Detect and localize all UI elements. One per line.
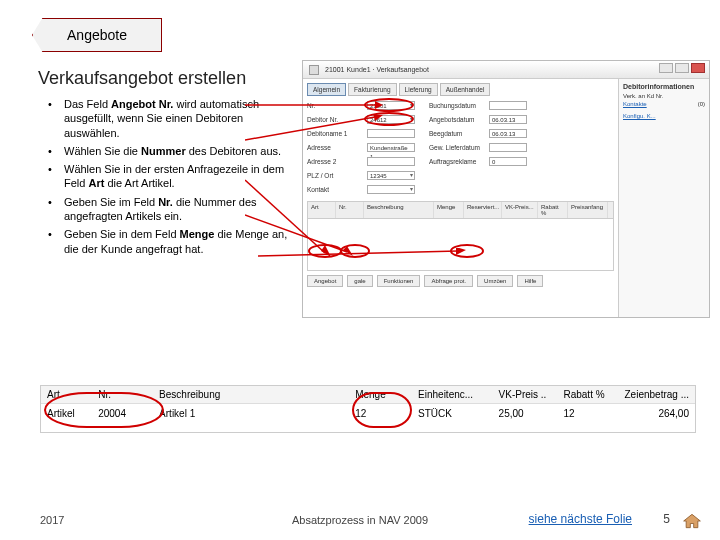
bullet-3: Wählen Sie in der ersten Anfragezeile in… [48, 162, 300, 191]
lbl-buchungsdatum: Buchungsdatum [429, 102, 489, 109]
fld-debitor-nr[interactable]: 24612 [367, 115, 415, 124]
lbl-plz: PLZ / Ort [307, 172, 367, 179]
btn-funktionen[interactable]: Funktionen [377, 275, 421, 287]
nav-window: 21001 Kunde1 · Verkaufsangebot Algemein … [302, 60, 710, 318]
fld-buchungsdatum[interactable] [489, 101, 527, 110]
th-zeilenbetrag: Zeienbetrag ... [616, 389, 695, 400]
lbl-beegdatum: Beegdatum [429, 130, 489, 137]
th-rabatt: Rabatt % [557, 389, 616, 400]
lbl-auftragsreklame: Auftragsreklame [429, 158, 489, 165]
lbl-angebotsdatum: Angebotsdatum [429, 116, 489, 123]
bullet-4: Geben Sie im Feld Nr. die Nummer des ang… [48, 195, 300, 224]
page-title: Verkaufsangebot erstellen [38, 68, 246, 89]
td-beschr: Artikel 1 [153, 408, 349, 419]
title-name: Kunde1 [346, 66, 370, 73]
lbl-kontakt: Kontakt [307, 186, 367, 193]
th-beschr: Beschreibung [153, 389, 349, 400]
info-header: Debitorinformationen [623, 83, 705, 90]
th-vk: VK-Preis .. [493, 389, 558, 400]
page-number: 5 [663, 512, 670, 526]
fld-auftragsreklame[interactable]: 0 [489, 157, 527, 166]
th-nr: Nr. [92, 389, 153, 400]
lbl-nr: Nr. [307, 102, 367, 109]
fld-adresse2[interactable] [367, 157, 415, 166]
fld-kontakt[interactable] [367, 185, 415, 194]
table-row[interactable]: Artikel 20004 Artikel 1 12 STÜCK 25,00 1… [41, 404, 695, 422]
close-button[interactable] [691, 63, 705, 73]
lbl-debitorname: Debitoname 1 [307, 130, 367, 137]
btn-umzoegen[interactable]: Umzöen [477, 275, 513, 287]
fld-nr[interactable]: 21001 [367, 101, 415, 110]
btn-hilfe[interactable]: Hilfe [517, 275, 543, 287]
form-panel: Algemein Fakturierung Lieferung Außenhan… [303, 79, 619, 317]
title-doc: Verkaufsangebot [376, 66, 429, 73]
fld-beegdatum[interactable]: 06.03.13 [489, 129, 527, 138]
btn-angebot[interactable]: Angebot [307, 275, 343, 287]
bullet-1: Das Feld Angebot Nr. wird automatisch au… [48, 97, 300, 140]
lbl-debitor-nr: Debitor Nr. [307, 116, 367, 123]
th-menge: Menge [349, 389, 412, 400]
col-preis: Preisanfang [568, 202, 608, 218]
button-row: Angebot gale Funktionen Abfrage prot. Um… [307, 275, 614, 287]
next-slide-link[interactable]: siehe nächste Folie [529, 512, 632, 526]
info-count: (0) [698, 101, 705, 107]
fld-lieferdatum[interactable] [489, 143, 527, 152]
td-menge: 12 [349, 408, 412, 419]
info-sub: Verk. an Kd Nr. [623, 93, 663, 99]
info-link[interactable]: Kontakte [623, 101, 647, 107]
maximize-button[interactable] [675, 63, 689, 73]
tab-lieferung[interactable]: Lieferung [399, 83, 438, 96]
col-rabatt: Rabatt % [538, 202, 568, 218]
app-icon [309, 65, 319, 75]
th-einheit: Einheitenc... [412, 389, 493, 400]
col-beschr: Beschreibung [364, 202, 434, 218]
info-cfg[interactable]: Konfigu. K... [623, 113, 656, 119]
td-einheit: STÜCK [412, 408, 493, 419]
td-rabatt: 12 [557, 408, 616, 419]
svg-marker-10 [684, 514, 701, 527]
col-menge: Menge [434, 202, 464, 218]
fld-adresse[interactable]: Kundenstraße 1 [367, 143, 415, 152]
lines-grid[interactable]: Art Nr. Beschreibung Menge Reserviert...… [307, 201, 614, 271]
title-num: 21001 [325, 66, 344, 73]
tab-allgemein[interactable]: Algemein [307, 83, 346, 96]
td-zeilenbetrag: 264,00 [616, 408, 695, 419]
fld-angebotsdatum[interactable]: 06.03.13 [489, 115, 527, 124]
minimize-button[interactable] [659, 63, 673, 73]
bullet-2: Wählen Sie die Nummer des Debitoren aus. [48, 144, 300, 158]
bullet-5: Geben Sie in dem Feld Menge die Menge an… [48, 227, 300, 256]
fld-debitorname[interactable] [367, 129, 415, 138]
th-art: Art [41, 389, 92, 400]
td-art: Artikel [41, 408, 92, 419]
lbl-lieferdatum: Gew. Lieferdatum [429, 144, 489, 151]
tab-angebote: Angebote [32, 18, 162, 52]
col-res: Reserviert... [464, 202, 502, 218]
info-panel: Debitorinformationen Verk. an Kd Nr. Kon… [619, 79, 709, 317]
home-icon[interactable] [682, 512, 702, 530]
btn-gale[interactable]: gale [347, 275, 372, 287]
td-vk: 25,00 [493, 408, 558, 419]
detail-table: Art Nr. Beschreibung Menge Einheitenc...… [40, 385, 696, 433]
btn-abfrage[interactable]: Abfrage prot. [424, 275, 473, 287]
window-titlebar: 21001 Kunde1 · Verkaufsangebot [303, 61, 709, 79]
tab-fakturierung[interactable]: Fakturierung [348, 83, 397, 96]
col-vk: VK-Preis... [502, 202, 538, 218]
lbl-adresse2: Adresse 2 [307, 158, 367, 165]
lbl-adresse: Adresse [307, 144, 367, 151]
col-art: Art [308, 202, 336, 218]
td-nr: 20004 [92, 408, 153, 419]
table-header: Art Nr. Beschreibung Menge Einheitenc...… [41, 386, 695, 404]
instruction-list: Das Feld Angebot Nr. wird automatisch au… [48, 97, 300, 260]
form-tabs: Algemein Fakturierung Lieferung Außenhan… [307, 83, 614, 96]
col-nr: Nr. [336, 202, 364, 218]
tab-label: Angebote [67, 27, 127, 43]
fld-plz[interactable]: 12345 [367, 171, 415, 180]
tab-aussenhandel[interactable]: Außenhandel [440, 83, 491, 96]
